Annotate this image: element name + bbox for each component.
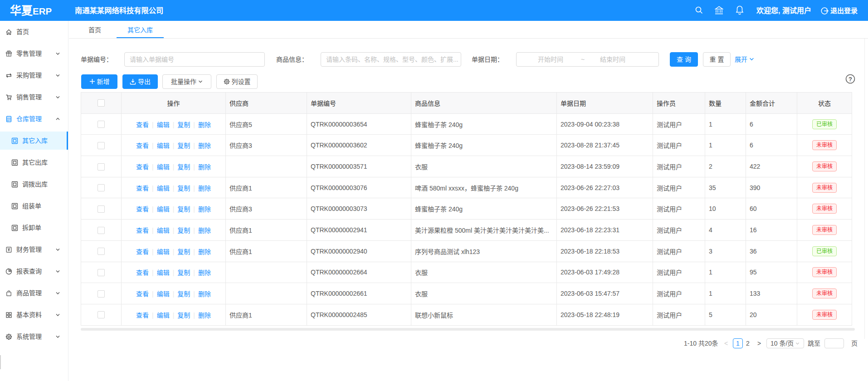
svg-text:?: ? <box>848 76 852 83</box>
